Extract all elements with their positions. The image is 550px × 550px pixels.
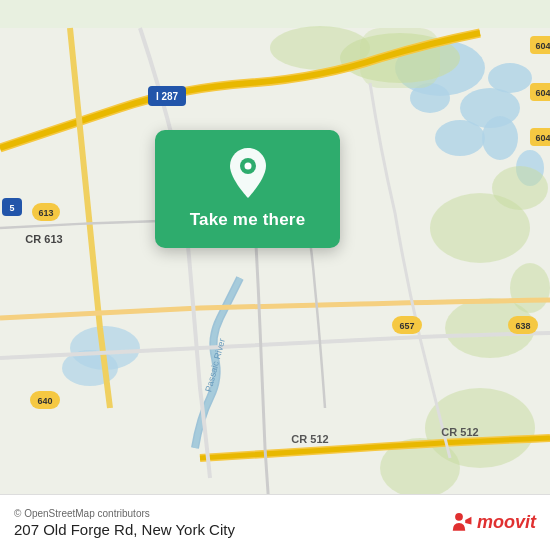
moovit-brand-icon (445, 509, 473, 537)
svg-point-43 (455, 512, 463, 520)
take-me-there-card[interactable]: Take me there (155, 130, 340, 248)
svg-point-6 (482, 116, 518, 160)
svg-text:CR 512: CR 512 (441, 426, 478, 438)
svg-text:I 287: I 287 (156, 91, 179, 102)
svg-point-12 (492, 166, 548, 210)
svg-text:604: 604 (535, 88, 550, 98)
bottom-bar: © OpenStreetMap contributors 207 Old For… (0, 494, 550, 550)
svg-point-3 (435, 120, 485, 156)
location-label: 207 Old Forge Rd, New York City (14, 521, 235, 538)
osm-credit: © OpenStreetMap contributors (14, 508, 235, 519)
svg-text:657: 657 (399, 321, 414, 331)
svg-text:613: 613 (38, 208, 53, 218)
svg-text:CR 613: CR 613 (25, 233, 62, 245)
svg-text:CR 512: CR 512 (291, 433, 328, 445)
take-me-there-label: Take me there (190, 210, 306, 230)
svg-text:604: 604 (535, 41, 550, 51)
location-pin-icon (221, 146, 275, 200)
svg-point-14 (510, 263, 550, 313)
moovit-logo: moovit (445, 509, 536, 537)
bottom-left-info: © OpenStreetMap contributors 207 Old For… (14, 508, 235, 538)
svg-text:640: 640 (37, 396, 52, 406)
svg-text:604: 604 (535, 133, 550, 143)
map-container: I 287 604 604 604 613 CR 613 640 638 657… (0, 0, 550, 550)
svg-text:5: 5 (9, 203, 14, 213)
svg-text:638: 638 (515, 321, 530, 331)
svg-point-42 (244, 163, 251, 170)
moovit-brand-text: moovit (477, 512, 536, 533)
svg-point-5 (488, 63, 532, 93)
